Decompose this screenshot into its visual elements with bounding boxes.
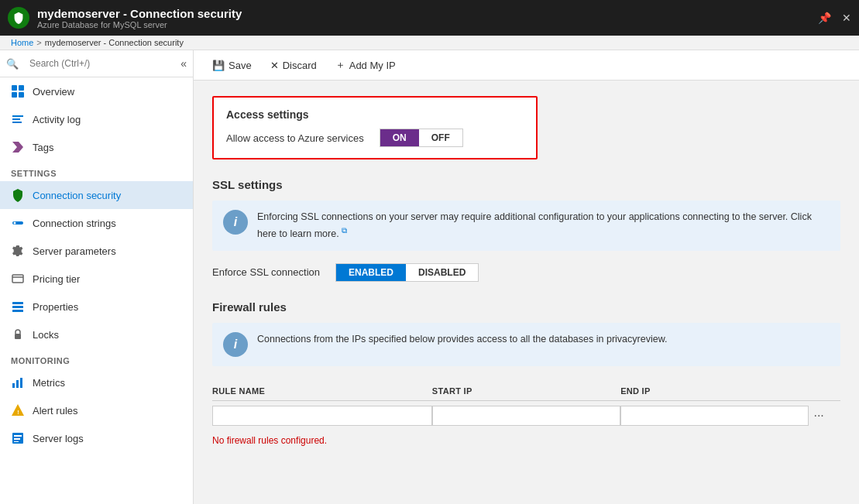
svg-rect-1	[19, 85, 24, 91]
search-bar: 🔍 «	[0, 50, 193, 77]
sidebar-item-locks[interactable]: Locks	[0, 321, 193, 348]
content-scroll: Access settings Allow access to Azure se…	[194, 81, 859, 504]
svg-rect-14	[15, 334, 21, 339]
start-ip-input[interactable]	[432, 406, 620, 426]
add-my-ip-button[interactable]: ＋ Add My IP	[332, 57, 399, 74]
svg-rect-20	[14, 435, 22, 437]
add-icon: ＋	[335, 58, 345, 72]
access-settings-title: Access settings	[226, 108, 524, 121]
search-input[interactable]	[23, 55, 176, 72]
collapse-sidebar-button[interactable]: «	[180, 57, 187, 70]
sidebar-item-connection-security[interactable]: Connection security	[0, 181, 193, 209]
ssl-info-box: i Enforcing SSL connections on your serv…	[212, 201, 840, 251]
title-bar-text: mydemoserver - Connection security Azure…	[37, 7, 818, 29]
metrics-icon	[11, 375, 25, 389]
main-layout: 🔍 « Overview Activity log Tags SETTINGS	[0, 50, 859, 504]
svg-rect-21	[14, 438, 20, 440]
svg-rect-0	[12, 85, 17, 91]
overview-icon	[11, 84, 25, 98]
external-link-icon[interactable]: ⧉	[342, 226, 347, 235]
sidebar-item-label: Properties	[33, 301, 78, 313]
enforce-ssl-label: Enforce SSL connection	[212, 266, 320, 278]
sidebar-item-label: Tags	[33, 142, 53, 153]
ssl-toggle-group: ENABLED DISABLED	[335, 263, 479, 282]
svg-text:!: !	[17, 410, 19, 415]
sidebar-item-label: Overview	[33, 86, 74, 98]
alert-icon: !	[11, 403, 25, 417]
sidebar-item-connection-strings[interactable]: Connection strings	[0, 209, 193, 237]
col-start-ip: START IP	[432, 382, 620, 401]
settings-section-label: SETTINGS	[0, 161, 193, 181]
end-ip-input[interactable]	[620, 406, 809, 426]
svg-rect-4	[12, 115, 23, 117]
discard-button[interactable]: ✕ Discard	[267, 58, 320, 73]
no-rules-text: No firewall rules configured.	[212, 435, 840, 446]
discard-icon: ✕	[270, 60, 279, 71]
breadcrumb-separator: >	[36, 38, 41, 47]
pricing-icon	[11, 272, 25, 286]
svg-point-8	[14, 222, 16, 225]
firewall-section: Firewall rules i Connections from the IP…	[212, 300, 840, 446]
shield-icon	[11, 188, 25, 202]
access-toggle-row: Allow access to Azure services ON OFF	[226, 129, 524, 147]
breadcrumb-current: mydemoserver - Connection security	[45, 38, 184, 47]
sidebar-item-overview[interactable]: Overview	[0, 77, 193, 105]
toggle-off-button[interactable]: OFF	[419, 129, 462, 146]
monitoring-section-label: MONITORING	[0, 348, 193, 369]
activity-log-icon	[11, 112, 25, 126]
svg-rect-9	[12, 275, 23, 283]
svg-rect-5	[12, 118, 20, 120]
save-icon: 💾	[212, 60, 225, 71]
ssl-section: SSL settings i Enforcing SSL connections…	[212, 178, 840, 282]
sidebar-item-label: Connection security	[33, 190, 121, 201]
ssl-info-icon: i	[223, 210, 248, 235]
sidebar-item-server-parameters[interactable]: Server parameters	[0, 237, 193, 265]
ssl-enabled-button[interactable]: ENABLED	[336, 264, 406, 281]
server-logs-icon	[11, 431, 25, 445]
sidebar-item-tags[interactable]: Tags	[0, 133, 193, 161]
save-button[interactable]: 💾 Save	[209, 58, 255, 73]
title-bar: mydemoserver - Connection security Azure…	[0, 0, 859, 36]
lock-icon	[11, 327, 25, 341]
svg-rect-3	[19, 92, 24, 98]
firewall-rules-table: RULE NAME START IP END IP ···	[212, 382, 840, 430]
sidebar-item-label: Pricing tier	[33, 273, 80, 285]
properties-icon	[11, 300, 25, 314]
pin-icon[interactable]: 📌	[818, 12, 831, 24]
sidebar: 🔍 « Overview Activity log Tags SETTINGS	[0, 50, 194, 504]
toggle-on-button[interactable]: ON	[380, 129, 419, 146]
ssl-toggle-row: Enforce SSL connection ENABLED DISABLED	[212, 263, 840, 282]
ssl-disabled-button[interactable]: DISABLED	[406, 264, 478, 281]
sidebar-item-alert-rules[interactable]: ! Alert rules	[0, 396, 193, 424]
sidebar-item-pricing-tier[interactable]: Pricing tier	[0, 265, 193, 293]
sidebar-item-label: Alert rules	[33, 405, 78, 417]
firewall-section-title: Firewall rules	[212, 300, 840, 314]
col-end-ip: END IP	[620, 382, 809, 401]
app-icon	[8, 7, 29, 29]
sidebar-item-label: Connection strings	[33, 218, 116, 229]
breadcrumb: Home > mydemoserver - Connection securit…	[0, 36, 859, 50]
firewall-rule-row: ···	[212, 400, 840, 430]
tags-icon	[11, 140, 25, 154]
svg-rect-22	[14, 441, 19, 442]
close-icon[interactable]: ✕	[842, 12, 851, 24]
svg-rect-2	[12, 92, 17, 98]
sidebar-item-metrics[interactable]: Metrics	[0, 369, 193, 396]
ssl-section-title: SSL settings	[212, 178, 840, 191]
sidebar-item-properties[interactable]: Properties	[0, 293, 193, 321]
svg-rect-17	[20, 378, 22, 388]
access-toggle-group: ON OFF	[380, 129, 463, 147]
row-options-button[interactable]: ···	[809, 409, 823, 422]
rule-name-input[interactable]	[212, 406, 432, 426]
svg-rect-13	[12, 310, 23, 312]
connection-strings-icon	[11, 216, 25, 230]
gear-icon	[11, 244, 25, 258]
sidebar-item-activity-log[interactable]: Activity log	[0, 105, 193, 133]
breadcrumb-home[interactable]: Home	[11, 38, 33, 47]
title-bar-controls: 📌 ✕	[818, 12, 851, 24]
sidebar-item-label: Server logs	[33, 433, 84, 444]
sidebar-item-label: Server parameters	[33, 245, 116, 257]
svg-rect-11	[12, 302, 23, 304]
sidebar-item-server-logs[interactable]: Server logs	[0, 424, 193, 452]
sidebar-item-label: Activity log	[33, 114, 81, 125]
